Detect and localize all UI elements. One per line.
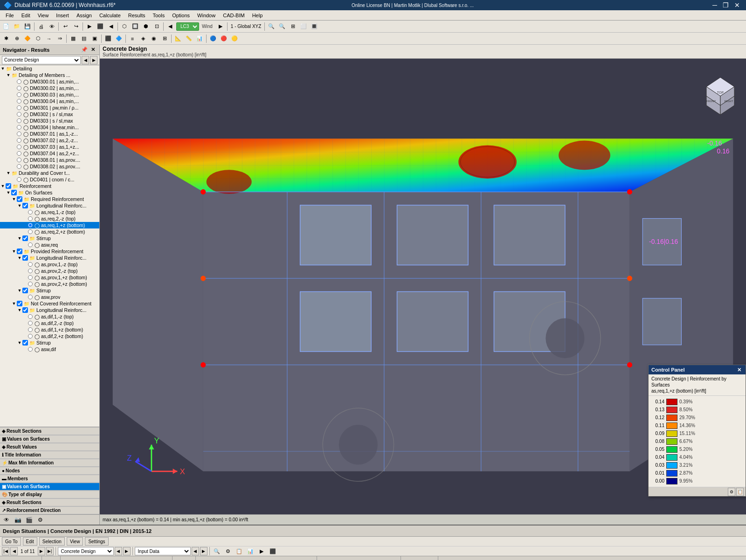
t2-9[interactable]: ▣ [90, 34, 100, 44]
t2-20[interactable]: 🔴 [219, 34, 229, 44]
view3d[interactable]: ⬜ [298, 21, 309, 32]
nav-members[interactable]: ▬Members [0, 475, 99, 483]
tree-item[interactable]: ▼📁Durability and Cover t... [0, 170, 99, 176]
filter-btn2[interactable]: ⚙ [223, 546, 233, 556]
nav-result-sections2[interactable]: ◈Result Sections [0, 498, 99, 506]
tree-item[interactable]: ▼📁Stirrup [0, 339, 99, 346]
nav-maxmin-info[interactable]: ⚡Max Min Information [0, 459, 99, 467]
tree-item[interactable]: ◯DM0300.04 | as,min,... [0, 98, 99, 104]
tree-item[interactable]: ▼📁On Surfaces [0, 189, 99, 196]
nav-values-surfaces2[interactable]: ▣Values on Surfaces [0, 483, 99, 491]
input-prev[interactable]: ◀ [192, 547, 199, 555]
tree-item[interactable]: ◯DC0401 | cnom / c... [0, 176, 99, 183]
filter-btn4[interactable]: 📊 [245, 546, 256, 556]
tree-item[interactable]: ◯DM0307.01 | as,1,-z... [0, 131, 99, 137]
nav-icon-1[interactable]: 👁 [2, 516, 11, 524]
open-button[interactable]: 📁 [12, 21, 22, 32]
tree-item[interactable]: ◯DM0307.02 | as,2,-z... [0, 137, 99, 144]
design-prev[interactable]: ◀ [115, 547, 122, 555]
restore-button[interactable]: ❐ [721, 1, 731, 9]
tree-item[interactable]: ▼📁Reinforcement [0, 183, 99, 189]
new-button[interactable]: 📄 [1, 21, 11, 32]
menu-item-edit[interactable]: Edit [18, 10, 34, 21]
tree-item[interactable]: ▼📁Detailing of Members ... [0, 72, 99, 78]
tree-item[interactable]: ▼📁Not Covered Reinforcement [0, 300, 99, 307]
window-controls[interactable]: ─ ❐ ✕ [710, 1, 742, 9]
print-prev[interactable]: 👁 [47, 21, 57, 32]
t2-19[interactable]: 🔵 [208, 34, 218, 44]
cp-btn2[interactable]: 📋 [736, 488, 744, 496]
t2-15[interactable]: ⊞ [159, 34, 170, 44]
input-data-dropdown[interactable]: Input Data [135, 547, 191, 555]
nav-pin-button[interactable]: 📌 [81, 46, 88, 54]
tree-item[interactable]: ◯asw,req [0, 242, 99, 248]
t2-10[interactable]: ⬛ [103, 34, 113, 44]
tree-item[interactable]: ◯DM0307.03 | as,1,+z... [0, 144, 99, 150]
design-dropdown[interactable]: Concrete Design [58, 547, 114, 555]
menu-item-calculate[interactable]: Calculate [96, 10, 124, 21]
t2-2[interactable]: ⊕ [12, 34, 22, 44]
tree-item[interactable]: ◯DM0304 | lshear,min... [0, 124, 99, 131]
t2-5[interactable]: → [44, 34, 54, 44]
t2-3[interactable]: 🔶 [22, 34, 33, 44]
tree-item[interactable]: ◯as,req,1,+z (bottom) [0, 222, 99, 228]
tree-item[interactable]: ◯as,prov,2,-z (top) [0, 268, 99, 274]
menu-item-window[interactable]: Window [193, 10, 219, 21]
tb6[interactable]: ⬢ [141, 21, 151, 32]
t2-11[interactable]: 🔷 [114, 34, 124, 44]
zoom-all[interactable]: ⊞ [288, 21, 298, 32]
lc-prev[interactable]: ◀ [165, 21, 175, 32]
t2-4[interactable]: ⬡ [33, 34, 43, 44]
menu-item-file[interactable]: File [2, 10, 18, 21]
tree-item[interactable]: ◯as,dif,1,-z (top) [0, 313, 99, 320]
view-button[interactable]: View [67, 537, 83, 546]
view-cube-container[interactable]: TOP FRONT RIGHT [699, 75, 741, 117]
cp-close-button[interactable]: ✕ [735, 366, 743, 373]
t2-7[interactable]: ▦ [68, 34, 78, 44]
tb5[interactable]: 🔲 [130, 21, 140, 32]
t2-8[interactable]: ▤ [79, 34, 89, 44]
t2-18[interactable]: 📊 [194, 34, 205, 44]
filter-btn1[interactable]: 🔍 [212, 546, 222, 556]
nav-nodes[interactable]: ●Nodes [0, 467, 99, 475]
tree-item[interactable]: ▼📁Detailing [0, 65, 99, 72]
tree-item[interactable]: ◯as,dif,2,-z (top) [0, 320, 99, 326]
tree-item[interactable]: ◯DM0307.04 | as,2,+z... [0, 150, 99, 157]
t2-17[interactable]: 📏 [184, 34, 194, 44]
zoom-in[interactable]: 🔍 [266, 21, 276, 32]
filter-btn3[interactable]: 📋 [234, 546, 244, 556]
nav-next-btn[interactable]: ▶ [90, 56, 97, 64]
t2-1[interactable]: ✱ [1, 34, 11, 44]
page-prev[interactable]: ◀ [10, 547, 18, 555]
nav-result-values[interactable]: ◈Result Values [0, 443, 99, 451]
3d-viewport[interactable]: X Y Z -0.16 0.16 -0.16|0.16 [100, 59, 746, 525]
page-next[interactable]: ▶ [38, 547, 45, 555]
t2-13[interactable]: ◈ [138, 34, 148, 44]
tree-item[interactable]: ◯DM0308.02 | as,prov.... [0, 163, 99, 170]
nav-result-sections[interactable]: ◈Result Sections [0, 427, 99, 435]
menu-item-view[interactable]: View [34, 10, 53, 21]
menu-item-cad-bim[interactable]: CAD-BIM [219, 10, 248, 21]
tree-item[interactable]: ◯as,prov,2,+z (bottom) [0, 281, 99, 287]
t2-14[interactable]: ◉ [149, 34, 159, 44]
design-next[interactable]: ▶ [123, 547, 131, 555]
page-first[interactable]: |◀ [2, 547, 9, 555]
goto-button[interactable]: Go To [2, 537, 21, 546]
nav-icon-3[interactable]: 🎬 [24, 516, 34, 524]
nav-dropdown[interactable]: Concrete Design [2, 56, 81, 64]
nav-icon-4[interactable]: ⚙ [35, 516, 45, 524]
nav-reinforcement-dir[interactable]: ↗Reinforcement Direction [0, 506, 99, 514]
cp-btn1[interactable]: ⚙ [728, 488, 735, 496]
tree-item[interactable]: ◯DM0300.02 | as,min,... [0, 85, 99, 91]
tree-item[interactable]: ◯as,prov,1,+z (bottom) [0, 274, 99, 281]
t2-6[interactable]: ⇒ [55, 34, 65, 44]
tree-item[interactable]: ◯DM0308.01 | as,prov.... [0, 157, 99, 163]
tree-item[interactable]: ◯DM0303 | s / sl,max [0, 118, 99, 124]
viewport-area[interactable]: Concrete Design Surface Reinforcement as… [100, 45, 746, 525]
tree-item[interactable]: ▼📁Stirrup [0, 287, 99, 294]
menu-item-options[interactable]: Options [168, 10, 193, 21]
selection-button[interactable]: Selection [39, 537, 65, 546]
tb4[interactable]: ⬡ [119, 21, 130, 32]
tree-item[interactable]: ◯DM0302 | s / sl,max [0, 111, 99, 118]
menu-item-insert[interactable]: Insert [52, 10, 73, 21]
